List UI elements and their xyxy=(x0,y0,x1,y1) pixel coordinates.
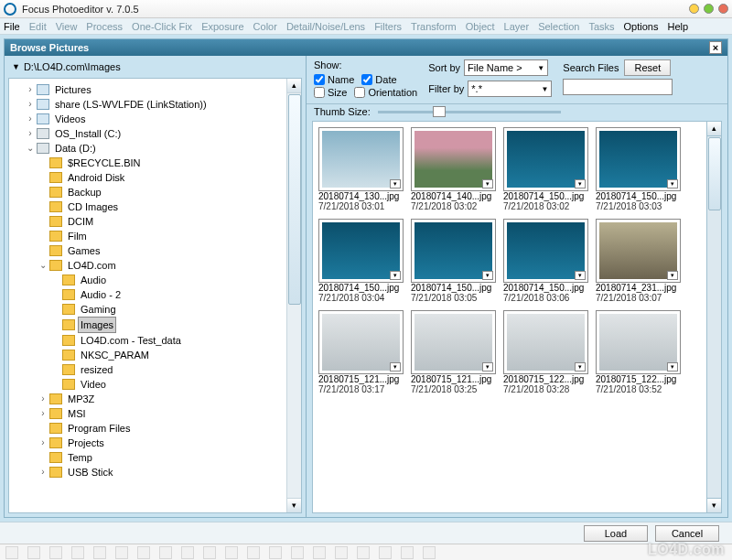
thumbnail[interactable]: ▾20180714_150...jpg7/21/2018 03:02 xyxy=(503,127,588,211)
menu-file[interactable]: File xyxy=(4,21,20,32)
menu-edit[interactable]: Edit xyxy=(29,21,47,32)
menu-filters[interactable]: Filters xyxy=(374,21,402,32)
tree-node-audio-2[interactable]: Audio - 2 xyxy=(49,287,299,302)
chk-name-input[interactable] xyxy=(314,74,325,85)
menu-process[interactable]: Process xyxy=(86,21,123,32)
tree-twisty-icon[interactable]: › xyxy=(24,112,37,126)
menu-one-click-fix[interactable]: One-Click Fix xyxy=(132,21,192,32)
tree-twisty-icon[interactable]: › xyxy=(24,82,37,97)
thumbnail[interactable]: ▾20180715_121...jpg7/21/2018 03:17 xyxy=(318,310,404,394)
thumbs-scrollbar[interactable]: ▴ ▾ xyxy=(706,122,721,512)
thumb-menu-button[interactable]: ▾ xyxy=(482,362,493,372)
thumbnail[interactable]: ▾20180714_140...jpg7/21/2018 03:02 xyxy=(411,127,496,211)
tree-node-cd-images[interactable]: CD Images xyxy=(37,199,299,214)
scroll-thumb[interactable] xyxy=(708,137,721,210)
folder-tree[interactable]: ›Pictures›share (LS-WVLFDE (LinkStation)… xyxy=(8,78,302,513)
tool-icon[interactable] xyxy=(49,546,62,559)
tree-node-lo4d-com[interactable]: ⌄LO4D.com xyxy=(37,258,299,273)
load-button[interactable]: Load xyxy=(584,525,648,542)
tree-node-os-install-c-[interactable]: ›OS_Install (C:) xyxy=(24,126,299,141)
menu-view[interactable]: View xyxy=(56,21,78,32)
tree-twisty-icon[interactable]: › xyxy=(37,465,49,479)
chk-date-input[interactable] xyxy=(361,74,372,85)
tree-node-projects[interactable]: ›Projects xyxy=(37,436,299,450)
tool-icon[interactable] xyxy=(203,546,216,559)
tool-icon[interactable] xyxy=(247,546,260,559)
thumbnail[interactable]: ▾20180714_231...jpg7/21/2018 03:07 xyxy=(596,219,681,303)
thumbnail[interactable]: ▾20180715_122...jpg7/21/2018 03:28 xyxy=(503,310,588,394)
tool-icon[interactable] xyxy=(71,546,84,559)
panel-close-button[interactable]: × xyxy=(709,41,722,54)
tree-node-gaming[interactable]: Gaming xyxy=(49,302,299,317)
close-button[interactable] xyxy=(718,4,728,14)
scroll-thumb[interactable] xyxy=(288,94,301,305)
thumb-frame[interactable]: ▾ xyxy=(596,310,681,374)
chk-orientation-input[interactable] xyxy=(354,87,365,98)
thumbnail[interactable]: ▾20180714_150...jpg7/21/2018 03:06 xyxy=(503,219,588,303)
tree-node-lo4d-com-test-data[interactable]: LO4D.com - Test_data xyxy=(49,333,299,348)
thumb-menu-button[interactable]: ▾ xyxy=(575,179,586,188)
tree-twisty-icon[interactable]: › xyxy=(24,97,37,112)
thumb-menu-button[interactable]: ▾ xyxy=(390,179,401,188)
tree-node-games[interactable]: Games xyxy=(37,243,299,258)
chk-orientation[interactable]: Orientation xyxy=(354,87,417,98)
menu-selection[interactable]: Selection xyxy=(538,21,579,32)
menu-detail-noise-lens[interactable]: Detail/Noise/Lens xyxy=(286,21,365,32)
tree-node-videos[interactable]: ›Videos xyxy=(24,112,299,126)
tree-twisty-icon[interactable]: › xyxy=(37,406,49,421)
tool-icon[interactable] xyxy=(291,546,304,559)
chk-size-input[interactable] xyxy=(314,87,325,98)
minimize-button[interactable] xyxy=(689,4,699,14)
chk-date[interactable]: Date xyxy=(361,74,396,85)
tree-node-images[interactable]: Images xyxy=(49,317,299,333)
thumb-menu-button[interactable]: ▾ xyxy=(390,271,401,280)
scroll-up-button[interactable]: ▴ xyxy=(707,122,721,136)
thumb-size-slider[interactable] xyxy=(378,111,561,113)
tool-icon[interactable] xyxy=(379,546,392,559)
tree-node-video[interactable]: Video xyxy=(49,377,299,392)
tree-twisty-icon[interactable]: ⌄ xyxy=(37,258,49,273)
menu-exposure[interactable]: Exposure xyxy=(201,21,243,32)
tree-node-backup[interactable]: Backup xyxy=(37,185,299,199)
tool-icon[interactable] xyxy=(401,546,414,559)
tree-node-temp[interactable]: Temp xyxy=(37,450,299,465)
thumbnail[interactable]: ▾20180714_150...jpg7/21/2018 03:05 xyxy=(411,219,496,303)
tree-node-film[interactable]: Film xyxy=(37,229,299,243)
thumb-menu-button[interactable]: ▾ xyxy=(667,362,678,372)
thumb-frame[interactable]: ▾ xyxy=(503,310,588,374)
tree-node-share-ls-wvlfde-linkstation-[interactable]: ›share (LS-WVLFDE (LinkStation)) xyxy=(24,97,299,112)
thumb-frame[interactable]: ▾ xyxy=(503,219,588,283)
thumb-frame[interactable]: ▾ xyxy=(411,219,496,283)
tool-icon[interactable] xyxy=(93,546,106,559)
tree-node-android-disk[interactable]: Android Disk xyxy=(37,170,299,185)
menu-color[interactable]: Color xyxy=(253,21,277,32)
tool-icon[interactable] xyxy=(335,546,348,559)
thumb-frame[interactable]: ▾ xyxy=(318,127,404,191)
thumb-frame[interactable]: ▾ xyxy=(503,127,588,191)
thumbnail[interactable]: ▾20180715_121...jpg7/21/2018 03:25 xyxy=(411,310,496,394)
tool-icon[interactable] xyxy=(357,546,370,559)
thumbnail[interactable]: ▾20180715_122...jpg7/21/2018 03:52 xyxy=(596,310,681,394)
thumbnail[interactable]: ▾20180714_150...jpg7/21/2018 03:04 xyxy=(318,219,404,303)
tool-icon[interactable] xyxy=(27,546,40,559)
thumb-frame[interactable]: ▾ xyxy=(596,127,681,191)
sort-by-combo[interactable]: File Name >▼ xyxy=(464,59,548,76)
tool-icon[interactable] xyxy=(423,546,436,559)
thumb-frame[interactable]: ▾ xyxy=(596,219,681,283)
scroll-down-button[interactable]: ▾ xyxy=(287,498,301,512)
tool-icon[interactable] xyxy=(225,546,238,559)
thumbnail[interactable]: ▾20180714_150...jpg7/21/2018 03:03 xyxy=(596,127,681,211)
search-input[interactable] xyxy=(563,79,673,95)
thumb-menu-button[interactable]: ▾ xyxy=(667,271,678,280)
tree-twisty-icon[interactable]: ⌄ xyxy=(24,141,37,156)
reset-button[interactable]: Reset xyxy=(624,59,671,76)
tree-node-mp3z[interactable]: ›MP3Z xyxy=(37,392,299,406)
tree-node-nksc-param[interactable]: NKSC_PARAM xyxy=(49,348,299,362)
menu-transform[interactable]: Transform xyxy=(411,21,457,32)
menu-tasks[interactable]: Tasks xyxy=(588,21,614,32)
thumb-frame[interactable]: ▾ xyxy=(411,127,496,191)
thumb-menu-button[interactable]: ▾ xyxy=(482,271,493,280)
thumb-frame[interactable]: ▾ xyxy=(318,310,404,374)
tree-node-data-d-[interactable]: ⌄Data (D:) xyxy=(24,141,299,156)
menu-help[interactable]: Help xyxy=(667,21,688,32)
